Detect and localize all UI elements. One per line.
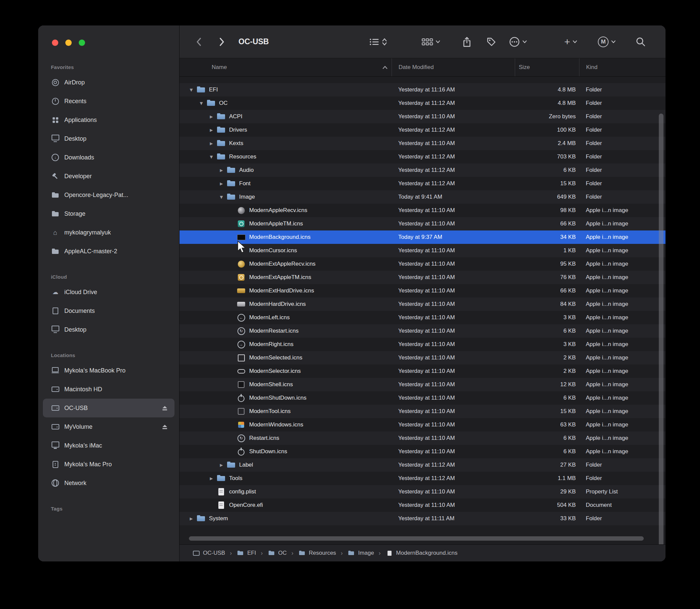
table-row[interactable]: ModernWindows.icns Yesterday at 11:10 AM… bbox=[179, 418, 665, 432]
table-row[interactable]: OC Yesterday at 11:12 AM 4.8 MB Folder bbox=[179, 97, 665, 110]
breadcrumb-item[interactable]: EFI bbox=[237, 550, 267, 557]
table-row[interactable]: ModernSelected.icns Yesterday at 11:10 A… bbox=[179, 351, 665, 364]
table-row[interactable]: ModernExtAppleTM.icns Yesterday at 11:10… bbox=[179, 271, 665, 284]
table-row[interactable]: ShutDown.icns Yesterday at 11:10 AM 6 KB… bbox=[179, 445, 665, 458]
disclosure-triangle[interactable] bbox=[186, 512, 196, 525]
column-headers: Name Date Modified Size Kind bbox=[179, 58, 665, 77]
disclosure-triangle[interactable] bbox=[206, 110, 216, 123]
tag-button[interactable] bbox=[486, 37, 496, 47]
disclosure-triangle[interactable] bbox=[216, 163, 226, 177]
add-button[interactable]: + bbox=[564, 37, 577, 47]
disclosure-triangle[interactable] bbox=[186, 83, 196, 97]
sidebar-item[interactable]: Macintosh HD bbox=[43, 380, 175, 399]
table-row[interactable]: ModernBackground.icns Today at 9:37 AM 3… bbox=[179, 230, 665, 244]
table-row[interactable]: EFI Yesterday at 11:16 AM 4.8 MB Folder bbox=[179, 83, 665, 97]
sidebar-item[interactable]: Applications bbox=[43, 110, 175, 129]
sidebar-item[interactable]: Recents bbox=[43, 92, 175, 110]
breadcrumb-item[interactable]: Image bbox=[347, 550, 385, 557]
file-name: Label bbox=[239, 462, 253, 468]
sidebar-item[interactable]: Desktop bbox=[43, 129, 175, 148]
table-row[interactable]: Drivers Yesterday at 11:12 AM 100 KB Fol… bbox=[179, 123, 665, 137]
sidebar-item[interactable]: Mykola’s Mac Pro bbox=[43, 455, 175, 474]
sidebar-item[interactable]: Mykola’s MacBook Pro bbox=[43, 361, 175, 380]
table-row[interactable]: ModernSelector.icns Yesterday at 11:10 A… bbox=[179, 364, 665, 378]
forward-button[interactable] bbox=[218, 37, 226, 46]
column-header-kind[interactable]: Kind bbox=[579, 58, 665, 76]
table-row[interactable]: ModernLeft.icns Yesterday at 11:10 AM 3 … bbox=[179, 311, 665, 324]
table-row[interactable]: ModernTool.icns Yesterday at 11:10 AM 15… bbox=[179, 405, 665, 418]
table-row[interactable]: ModernRestart.icns Yesterday at 11:10 AM… bbox=[179, 324, 665, 338]
table-row[interactable]: ModernRight.icns Yesterday at 11:10 AM 3… bbox=[179, 338, 665, 351]
breadcrumb-item[interactable]: ModernBackground.icns bbox=[385, 550, 457, 556]
sidebar-item-label: Mykola’s iMac bbox=[64, 442, 102, 449]
table-row[interactable]: ModernShutDown.icns Yesterday at 11:10 A… bbox=[179, 391, 665, 405]
table-row[interactable]: Audio Yesterday at 11:12 AM 6 KB Folder bbox=[179, 163, 665, 177]
sidebar-item[interactable]: Desktop bbox=[43, 320, 175, 339]
zoom-button[interactable] bbox=[79, 39, 85, 46]
view-switcher-button[interactable] bbox=[369, 38, 387, 46]
group-by-button[interactable] bbox=[422, 37, 440, 46]
sidebar-item[interactable]: Opencore-Legacy-Pat... bbox=[43, 186, 175, 204]
vertical-scrollbar[interactable] bbox=[659, 114, 664, 544]
table-row[interactable]: ModernAppleRecv.icns Yesterday at 11:10 … bbox=[179, 204, 665, 217]
file-icon bbox=[237, 407, 246, 416]
sidebar-item[interactable]: mykolagrymalyuk bbox=[43, 223, 175, 242]
minimize-button[interactable] bbox=[65, 39, 72, 46]
table-row[interactable]: config.plist Yesterday at 11:10 AM 29 KB… bbox=[179, 485, 665, 499]
disclosure-triangle[interactable] bbox=[206, 137, 216, 150]
sidebar-item[interactable]: Mykola’s iMac bbox=[43, 436, 175, 455]
horizontal-scrollbar[interactable] bbox=[189, 536, 644, 541]
disclosure-triangle[interactable] bbox=[216, 177, 226, 190]
disclosure-triangle[interactable] bbox=[206, 123, 216, 137]
column-header-name[interactable]: Name bbox=[179, 58, 391, 76]
file-name: Audio bbox=[239, 167, 253, 174]
eject-icon[interactable] bbox=[162, 425, 167, 429]
size-cell: 66 KB bbox=[515, 284, 579, 297]
table-row[interactable]: Kexts Yesterday at 11:10 AM 2.4 MB Folde… bbox=[179, 137, 665, 150]
disclosure-triangle[interactable] bbox=[216, 458, 226, 472]
table-row[interactable]: Font Yesterday at 11:12 AM 15 KB Folder bbox=[179, 177, 665, 190]
more-actions-button[interactable] bbox=[509, 36, 527, 47]
column-header-date-modified[interactable]: Date Modified bbox=[391, 58, 515, 76]
table-row[interactable]: ModernExtHardDrive.icns Yesterday at 11:… bbox=[179, 284, 665, 297]
table-row[interactable]: ACPI Yesterday at 11:10 AM Zero bytes Fo… bbox=[179, 110, 665, 123]
sidebar-item[interactable]: Developer bbox=[43, 167, 175, 186]
eject-icon[interactable] bbox=[162, 406, 167, 410]
date-modified-cell: Yesterday at 11:12 AM bbox=[391, 177, 515, 190]
sidebar-item[interactable]: AppleALC-master-2 bbox=[43, 242, 175, 261]
table-row[interactable]: Tools Yesterday at 11:12 AM 1.1 MB Folde… bbox=[179, 472, 665, 485]
table-row[interactable]: ModernCursor.icns Yesterday at 11:10 AM … bbox=[179, 244, 665, 257]
sidebar-item[interactable]: Storage bbox=[43, 204, 175, 223]
table-row[interactable]: System Yesterday at 11:11 AM 33 KB Folde… bbox=[179, 512, 665, 525]
breadcrumb-item[interactable]: OC-USB bbox=[192, 550, 237, 557]
size-cell: 4.8 MB bbox=[515, 97, 579, 110]
sidebar-item[interactable]: Downloads bbox=[43, 148, 175, 167]
disclosure-triangle[interactable] bbox=[216, 190, 226, 204]
back-button[interactable] bbox=[194, 37, 203, 46]
sidebar-item[interactable]: iCloud Drive bbox=[43, 283, 175, 301]
sidebar-item[interactable]: AirDrop bbox=[43, 73, 175, 92]
column-header-size[interactable]: Size bbox=[515, 58, 579, 76]
table-row[interactable]: ModernAppleTM.icns Yesterday at 11:10 AM… bbox=[179, 217, 665, 230]
table-row[interactable]: OpenCore.efi Yesterday at 11:10 AM 504 K… bbox=[179, 499, 665, 512]
table-row[interactable]: ModernHardDrive.icns Yesterday at 11:10 … bbox=[179, 297, 665, 311]
table-row[interactable]: Restart.icns Yesterday at 11:10 AM 6 KB … bbox=[179, 432, 665, 445]
account-menu-button[interactable]: M bbox=[598, 36, 616, 47]
table-row[interactable]: Resources Yesterday at 11:12 AM 703 KB F… bbox=[179, 150, 665, 163]
close-button[interactable] bbox=[52, 39, 58, 46]
table-row[interactable]: Label Yesterday at 11:12 AM 27 KB Folder bbox=[179, 458, 665, 472]
breadcrumb-item[interactable]: Resources bbox=[298, 550, 347, 557]
sidebar-item[interactable]: Network bbox=[43, 474, 175, 492]
table-row[interactable]: ModernShell.icns Yesterday at 11:10 AM 1… bbox=[179, 378, 665, 391]
search-button[interactable] bbox=[636, 37, 646, 47]
share-button[interactable] bbox=[462, 36, 472, 48]
table-row[interactable]: ModernExtAppleRecv.icns Yesterday at 11:… bbox=[179, 257, 665, 271]
table-row[interactable]: Image Today at 9:41 AM 649 KB Folder bbox=[179, 190, 665, 204]
breadcrumb-item[interactable]: OC bbox=[268, 550, 298, 557]
disclosure-triangle[interactable] bbox=[206, 472, 216, 485]
sidebar-item[interactable]: MyVolume bbox=[43, 417, 175, 436]
disclosure-triangle[interactable] bbox=[206, 150, 216, 163]
sidebar-item[interactable]: Documents bbox=[43, 301, 175, 320]
disclosure-triangle[interactable] bbox=[196, 97, 206, 110]
sidebar-item[interactable]: OC-USB bbox=[43, 399, 175, 417]
